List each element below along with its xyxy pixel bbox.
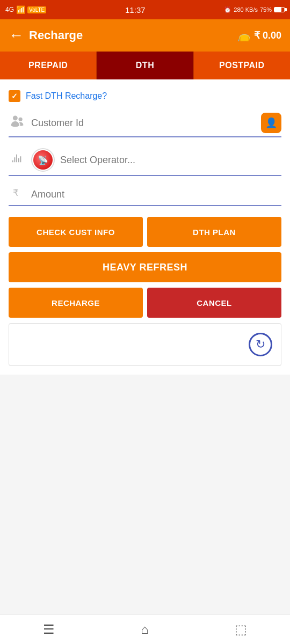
operator-logo: 📡 [33,150,53,170]
customer-id-row: 👤 [9,113,281,137]
status-bar: 4G 📶 VoLTE 11:37 ⏰ 280 KB/s 75% [0,0,290,19]
bottom-spacer [0,375,290,439]
tab-postpaid[interactable]: POSTPAID [194,52,290,79]
action-buttons-row2: RECHARGE CANCEL [9,288,281,318]
signal-bars-icon [9,152,26,167]
wallet-icon: 👝 [237,29,251,42]
nav-menu-button[interactable]: ☰ [43,622,55,637]
wallet-balance: 👝 ₹ 0.00 [237,29,281,42]
check-cust-info-button[interactable]: CHECK CUST INFO [9,217,143,247]
operator-logo-wrap: 📡 [31,148,55,172]
webview-box: ↻ [9,323,281,366]
tab-bar: PREPAID DTH POSTPAID [0,52,290,79]
content-area: ✓ Fast DTH Recharge? 👤 📡 Select Operator… [0,79,290,375]
fast-dth-label[interactable]: Fast DTH Recharge? [26,91,107,101]
amount-row: ₹ [9,187,281,206]
volte-badge: VoLTE [27,6,46,13]
wifi-icon: 📶 [16,5,25,14]
status-left: 4G 📶 VoLTE [5,5,46,14]
nav-home-button[interactable]: ⌂ [141,622,149,637]
cancel-button[interactable]: CANCEL [147,288,281,318]
speed-indicator: 280 KB/s [234,6,258,13]
fast-dth-row: ✓ Fast DTH Recharge? [9,90,281,102]
fast-dth-checkbox[interactable]: ✓ [9,90,20,102]
heavy-refresh-button[interactable]: HEAVY REFRESH [9,252,281,282]
signal-icon: 4G [5,6,14,13]
contact-picker-button[interactable]: 👤 [261,113,281,133]
battery-icon [274,7,285,12]
satellite-icon [9,114,26,131]
top-bar: ← Recharge 👝 ₹ 0.00 [0,19,290,52]
operator-select-text[interactable]: Select Operator... [60,155,135,166]
contact-icon: 👤 [265,117,277,129]
rupee-icon: ₹ [9,187,26,202]
back-button[interactable]: ← [9,27,24,44]
top-bar-left: ← Recharge [9,27,83,44]
status-right: ⏰ 280 KB/s 75% [224,6,285,13]
action-buttons-row1: CHECK CUST INFO DTH PLAN [9,217,281,247]
page-title: Recharge [29,28,83,42]
tab-prepaid[interactable]: PREPAID [0,52,97,79]
balance-amount: ₹ 0.00 [254,30,281,41]
operator-row[interactable]: 📡 Select Operator... [9,148,281,176]
refresh-icon: ↻ [256,338,265,352]
svg-text:₹: ₹ [13,188,19,197]
alarm-icon: ⏰ [224,6,231,13]
tab-dth[interactable]: DTH [97,52,193,79]
clock: 11:37 [125,5,146,14]
webview-refresh-button[interactable]: ↻ [249,333,272,356]
customer-id-input[interactable] [31,118,256,129]
recharge-button[interactable]: RECHARGE [9,288,143,318]
nav-back-button[interactable]: ⬚ [235,622,247,637]
bottom-nav: ☰ ⌂ ⬚ [0,614,290,644]
amount-input[interactable] [31,189,281,200]
dth-plan-button[interactable]: DTH PLAN [147,217,281,247]
battery-percent: 75% [260,6,272,13]
